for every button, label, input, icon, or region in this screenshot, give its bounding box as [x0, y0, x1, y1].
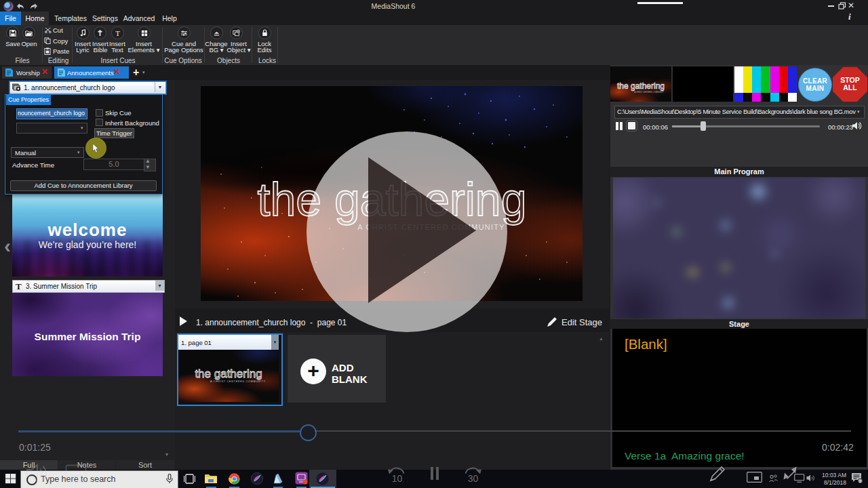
svg-text:A CHRIST CENTERED COMMUNITY: A CHRIST CENTERED COMMUNITY: [210, 380, 266, 383]
svg-text:the gathering: the gathering: [195, 367, 262, 380]
svg-text:2: 2: [859, 479, 861, 483]
svg-text:A CHRIST CENTERED COMMUNITY: A CHRIST CENTERED COMMUNITY: [634, 91, 664, 94]
svg-text:the gathering: the gathering: [617, 81, 665, 91]
svg-text:30: 30: [468, 473, 479, 483]
svg-text:10: 10: [392, 473, 403, 483]
